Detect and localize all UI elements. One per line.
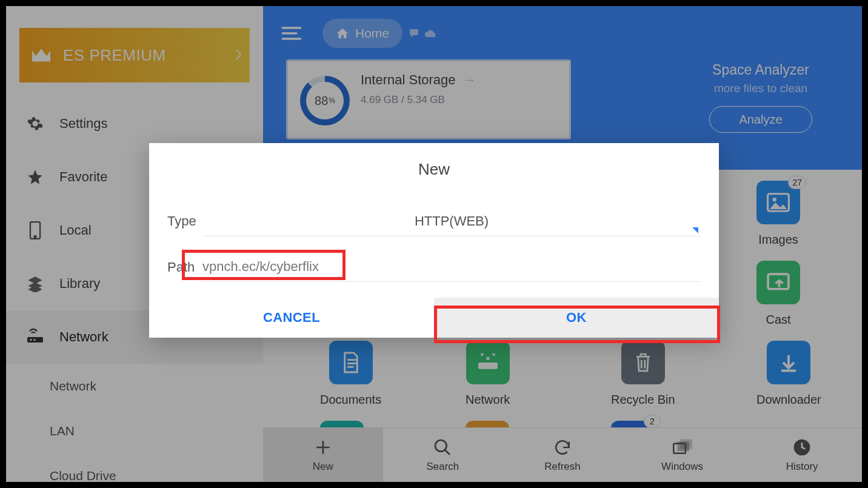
type-select[interactable]: HTTP(WEB)	[202, 206, 701, 236]
ok-label: OK	[566, 310, 587, 326]
type-value: HTTP(WEB)	[415, 213, 489, 229]
dialog-actions: CANCEL OK	[149, 298, 719, 338]
dialog-row-type: Type HTTP(WEB)	[149, 199, 719, 243]
path-label: Path	[167, 259, 202, 275]
ok-button[interactable]: OK	[434, 298, 719, 338]
app-frame: ES PREMIUM Settings Favorite	[6, 6, 862, 482]
type-label: Type	[167, 213, 202, 229]
dialog-row-path: Path	[149, 243, 719, 292]
cancel-button[interactable]: CANCEL	[149, 298, 434, 338]
new-dialog: New Type HTTP(WEB) Path CANCEL OK	[149, 143, 719, 338]
path-input[interactable]	[202, 253, 701, 280]
cancel-label: CANCEL	[263, 310, 320, 326]
dropdown-triangle-icon	[692, 227, 698, 233]
dialog-title: New	[149, 143, 719, 199]
